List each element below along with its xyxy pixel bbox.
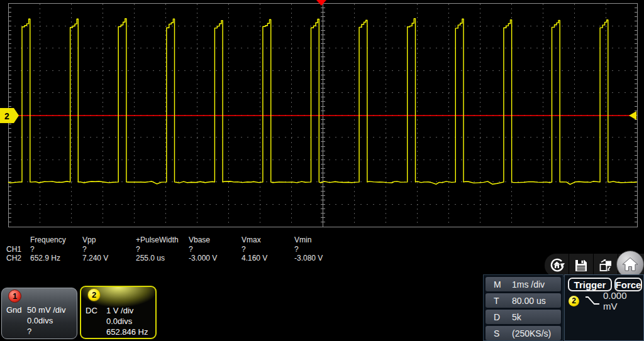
timebase-key: M [486,279,512,290]
autoset-button[interactable] [545,254,569,277]
meas-value: -3.000 V [189,254,217,263]
timebase-key: D [486,312,512,322]
meas-header: +PulseWidth [136,235,179,244]
copy-screen-button[interactable] [594,254,618,277]
ch2-offset: 0.0divs [106,317,132,326]
ch2-position-tag-label: 2 [4,111,9,121]
timebase-panel[interactable]: M 1ms /div T 80.00 us D 5k S (250KS/s) [483,274,564,341]
timebase-row-t: T 80.00 us [486,293,561,308]
trigger-panel: Trigger Force 2 0.000 mV [564,274,644,341]
ch1-frequency: ? [27,327,31,336]
save-icon [574,258,589,273]
ch2-frequency: 652.846 Hz [106,327,148,337]
force-label: Force [616,279,641,290]
ch2-badge: 2 [87,288,101,301]
meas-value: ? [136,245,140,254]
timebase-key: T [486,296,512,306]
ch2-scale: 1 V /div [106,306,133,315]
timebase-key: S [486,328,512,338]
ch1-settings-box[interactable]: 1 Gnd 50 mV /div 0.0divs ? [1,288,77,339]
timebase-offset: 80.00 us [512,296,546,306]
meas-header: Vmax [242,235,261,244]
timebase-main: 1ms /div [512,279,545,290]
meas-value: ? [294,245,299,254]
measurement-table: Frequency Vpp +PulseWidth Vbase Vmax Vmi… [0,233,377,269]
measurement-header-row: Frequency Vpp +PulseWidth Vbase Vmax Vmi… [0,235,377,244]
trigger-source-badge: 2 [569,296,579,306]
oscilloscope-screen: 2 Frequency Vpp +PulseWidth Vbase Vmax V… [0,0,644,341]
falling-edge-icon [583,295,602,306]
meas-value: 652.9 Hz [30,254,60,263]
trigger-level-arrow[interactable] [629,111,636,120]
meas-value: 255.0 us [136,254,165,263]
meas-value: -3.080 V [294,254,323,263]
force-trigger-button[interactable]: Force [614,278,642,291]
meas-value: ? [242,245,246,254]
copy-screen-icon [597,257,614,273]
timebase-row-m: M 1ms /div [486,277,561,291]
meas-header: Vbase [189,235,210,244]
meas-value: ? [30,245,35,254]
ch1-coupling: Gnd [6,305,22,315]
home-icon [622,257,638,272]
channel-label: CH1 [6,245,21,254]
trigger-menu-label: Trigger [574,279,606,290]
trigger-position-marker[interactable] [316,0,326,6]
record-depth: 5k [512,312,521,322]
ch2-settings-box[interactable]: 2 DC 1 V /div 0.0divs 652.846 Hz [80,286,157,339]
trigger-menu-button[interactable]: Trigger [568,278,612,291]
meas-value: 7.240 V [82,254,108,263]
meas-value: ? [189,245,193,254]
ch1-offset: 0.0divs [27,316,53,325]
ch2-measurement-row: CH2 652.9 Hz 7.240 V 255.0 us -3.000 V 4… [0,254,377,263]
trigger-status-row: 2 0.000 mV [569,295,643,307]
meas-value: ? [82,245,87,254]
ch1-scale: 50 mV /div [27,305,65,315]
timebase-row-s: S (250KS/s) [486,326,561,340]
ch1-measurement-row: CH1 ? ? ? ? ? ? [0,245,377,254]
autoset-icon [548,257,565,274]
trigger-level-value: 0.000 mV [603,290,643,311]
save-button[interactable] [569,254,594,277]
meas-value: 4.160 V [242,254,267,263]
sample-rate: (250KS/s) [512,328,551,338]
ch2-position-tag[interactable]: 2 [0,108,19,123]
meas-header: Frequency [30,235,66,244]
timebase-row-d: D 5k [486,310,561,324]
ch2-coupling: DC [86,306,97,315]
channel-label: CH2 [6,254,21,263]
meas-header: Vpp [82,235,96,244]
waveform-display: 2 [0,0,644,234]
ch1-badge: 1 [8,290,21,303]
meas-header: Vmin [294,235,311,244]
